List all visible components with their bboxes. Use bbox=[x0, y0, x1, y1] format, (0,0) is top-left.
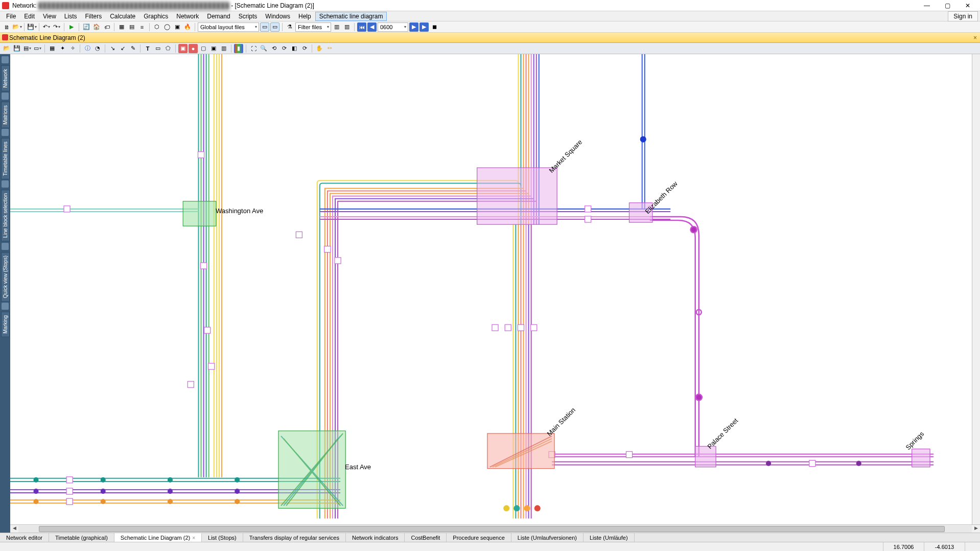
open2-icon[interactable]: 📂 bbox=[2, 44, 11, 53]
left-tab-quickview[interactable]: Quick view (Stops) bbox=[1, 252, 10, 302]
rect-icon[interactable]: ▭ bbox=[153, 44, 162, 53]
sq1-icon[interactable]: ▢ bbox=[199, 44, 208, 53]
left-tab-timetable[interactable]: Timetable lines bbox=[1, 138, 10, 179]
document-tab-close-icon[interactable]: × bbox=[973, 34, 977, 41]
filter-a-icon[interactable]: ▥ bbox=[332, 22, 341, 32]
scroll-left-icon[interactable]: ◀ bbox=[10, 525, 18, 533]
tool-a-icon[interactable]: ✦ bbox=[58, 44, 67, 53]
zoom-in-icon[interactable]: 🔍 bbox=[259, 44, 268, 53]
time-prev-icon[interactable]: ◀ bbox=[367, 22, 377, 32]
circle-icon[interactable]: ◯ bbox=[162, 22, 172, 32]
menu-network[interactable]: Network bbox=[172, 12, 203, 21]
signin-button[interactable]: Sign in bbox=[948, 11, 978, 21]
reload-icon[interactable]: 🔄 bbox=[82, 22, 91, 32]
measure-icon[interactable]: ◔ bbox=[93, 44, 102, 53]
menu-graphics[interactable]: Graphics bbox=[139, 12, 172, 21]
maximize-button[interactable]: ▢ bbox=[937, 0, 958, 11]
station-market[interactable] bbox=[477, 168, 557, 224]
menu-view[interactable]: View bbox=[39, 12, 60, 21]
layout-a-icon[interactable]: ▭ bbox=[260, 22, 269, 32]
left-tab-marking[interactable]: Marking bbox=[1, 312, 10, 337]
grid3-icon[interactable]: ▦ bbox=[48, 44, 57, 53]
menu-windows[interactable]: Windows bbox=[261, 12, 294, 21]
menu-file[interactable]: File bbox=[2, 12, 20, 21]
info-icon[interactable]: ⓘ bbox=[83, 44, 92, 53]
scroll-right-icon[interactable]: ▶ bbox=[972, 525, 980, 533]
bottom-tab-timetable[interactable]: Timetable (graphical) bbox=[49, 533, 114, 542]
sq2-icon[interactable]: ▣ bbox=[209, 44, 218, 53]
filter-files-combo[interactable]: Filter files bbox=[295, 22, 331, 32]
scroll-thumb[interactable] bbox=[39, 526, 945, 532]
close-button[interactable]: ✕ bbox=[958, 0, 978, 11]
zoom-sel-icon[interactable]: ◧ bbox=[290, 44, 299, 53]
menu-schematic[interactable]: Schematic line diagram bbox=[315, 12, 387, 21]
bottom-tab-indicators[interactable]: Network indicators bbox=[346, 533, 405, 542]
menu-filters[interactable]: Filters bbox=[81, 12, 106, 21]
bottom-tab-transfers[interactable]: Transfers display of regular services bbox=[243, 533, 346, 542]
zoom-fit-icon[interactable]: ⛶ bbox=[249, 44, 258, 53]
left-tab-network[interactable]: Network bbox=[1, 65, 10, 91]
menu-calculate[interactable]: Calculate bbox=[106, 12, 139, 21]
menu-help[interactable]: Help bbox=[294, 12, 315, 21]
vertical-scrollbar[interactable] bbox=[972, 54, 980, 524]
list-icon[interactable]: ≡ bbox=[137, 22, 147, 32]
time-play-icon[interactable]: ▶ bbox=[419, 22, 429, 32]
diagram-canvas[interactable] bbox=[10, 54, 980, 529]
bottom-tab-umlaeufe[interactable]: Liste (Umläufe) bbox=[584, 533, 635, 542]
view-icon[interactable]: ▭ bbox=[33, 44, 42, 53]
label-icon[interactable]: 🏷 bbox=[102, 22, 111, 32]
bottom-tab-network-editor[interactable]: Network editor bbox=[0, 533, 49, 542]
tool-b-icon[interactable]: ✧ bbox=[68, 44, 77, 53]
tab-close-icon[interactable]: × bbox=[192, 535, 195, 541]
bottom-tab-costbenefit[interactable]: CostBenefit bbox=[405, 533, 447, 542]
minimize-button[interactable]: — bbox=[917, 0, 937, 11]
time-first-icon[interactable]: ⏮ bbox=[357, 22, 366, 32]
node-icon[interactable]: ⬡ bbox=[152, 22, 161, 32]
open-icon[interactable]: 📂 bbox=[12, 22, 21, 32]
bottom-tab-schematic[interactable]: Schematic Line Diagram (2)× bbox=[114, 533, 202, 542]
time-combo[interactable]: 0600 bbox=[378, 22, 408, 32]
menu-demand[interactable]: Demand bbox=[203, 12, 234, 21]
link1-icon[interactable]: ↘ bbox=[108, 44, 117, 53]
menu-scripts[interactable]: Scripts bbox=[235, 12, 262, 21]
red2-icon[interactable]: ● bbox=[189, 44, 198, 53]
redo-icon[interactable]: ↷ bbox=[52, 22, 61, 32]
grid2-icon[interactable]: ▤ bbox=[127, 22, 136, 32]
layout-b-icon[interactable]: ▭ bbox=[270, 22, 279, 32]
refresh-icon[interactable]: ⟳ bbox=[300, 44, 309, 53]
station-springs[interactable] bbox=[912, 449, 930, 467]
bottom-tab-umlaufversionen[interactable]: Liste (Umlaufversionen) bbox=[511, 533, 584, 542]
filter-icon[interactable]: ⚗ bbox=[285, 22, 294, 32]
zoom-next-icon[interactable]: ⟳ bbox=[279, 44, 289, 53]
save-icon[interactable]: 💾 bbox=[27, 22, 36, 32]
home-icon[interactable]: 🏠 bbox=[92, 22, 101, 32]
sq3-icon[interactable]: ▥ bbox=[219, 44, 228, 53]
global-layout-combo[interactable]: Global layout files bbox=[198, 22, 259, 32]
time-next-icon[interactable]: ▶ bbox=[409, 22, 418, 32]
undo-icon[interactable]: ↶ bbox=[42, 22, 51, 32]
poly-icon[interactable]: ⬠ bbox=[164, 44, 173, 53]
left-tab-lineblock[interactable]: Line block selection bbox=[1, 190, 10, 241]
text-icon[interactable]: T bbox=[143, 44, 152, 53]
run-icon[interactable]: ▶ bbox=[67, 22, 76, 32]
horizontal-scrollbar[interactable]: ◀ ▶ bbox=[10, 524, 980, 533]
flame-icon[interactable]: 🔥 bbox=[183, 22, 192, 32]
new-icon[interactable]: 🗎 bbox=[2, 22, 11, 32]
colors-icon[interactable]: ▮ bbox=[234, 44, 243, 53]
station-washington[interactable] bbox=[183, 201, 216, 226]
bottom-tab-list-stops[interactable]: List (Stops) bbox=[202, 533, 243, 542]
station-palace[interactable] bbox=[695, 446, 716, 467]
bottom-tab-procedure[interactable]: Procedure sequence bbox=[447, 533, 511, 542]
save2-icon[interactable]: 💾 bbox=[12, 44, 21, 53]
time-stop-icon[interactable]: ◼ bbox=[430, 22, 439, 32]
pencil-icon[interactable]: ✏ bbox=[325, 44, 334, 53]
grid1-icon[interactable]: ▦ bbox=[117, 22, 126, 32]
left-tab-matrices[interactable]: Matrices bbox=[1, 102, 10, 128]
layer-icon[interactable]: ▤ bbox=[22, 44, 32, 53]
edit-icon[interactable]: ✎ bbox=[128, 44, 137, 53]
link2-icon[interactable]: ↙ bbox=[118, 44, 127, 53]
menu-lists[interactable]: Lists bbox=[60, 12, 81, 21]
document-tab[interactable]: Schematic Line Diagram (2) bbox=[9, 34, 85, 41]
menu-edit[interactable]: Edit bbox=[20, 12, 39, 21]
zoom-prev-icon[interactable]: ⟲ bbox=[269, 44, 278, 53]
